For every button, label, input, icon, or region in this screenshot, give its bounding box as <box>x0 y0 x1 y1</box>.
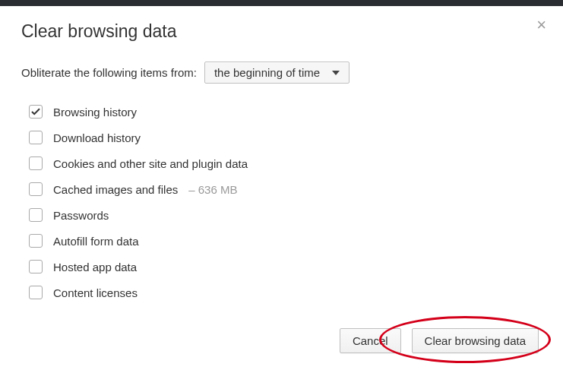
window-chrome-strip <box>0 0 563 6</box>
checkbox[interactable] <box>29 286 43 299</box>
option-label: Autofill form data <box>53 235 139 248</box>
checkbox[interactable] <box>29 234 43 248</box>
option-label: Cookies and other site and plugin data <box>53 157 248 170</box>
option-passwords[interactable]: Passwords <box>21 202 542 228</box>
checkbox[interactable] <box>29 208 43 222</box>
options-list: Browsing history Download history Cookie… <box>21 99 542 305</box>
option-label: Browsing history <box>53 106 137 119</box>
option-content-licenses[interactable]: Content licenses <box>21 280 542 305</box>
option-label: Download history <box>53 131 141 144</box>
checkbox[interactable] <box>29 105 43 119</box>
time-range-dropdown[interactable]: the beginning of time <box>204 62 350 84</box>
chevron-down-icon <box>332 71 340 75</box>
option-label: Content licenses <box>53 286 138 299</box>
option-label: Hosted app data <box>53 261 137 273</box>
time-range-selected: the beginning of time <box>214 66 320 79</box>
time-range-label: Obliterate the following items from: <box>21 66 197 79</box>
option-label: Passwords <box>53 209 109 222</box>
clear-browsing-data-button[interactable]: Clear browsing data <box>412 328 539 353</box>
checkbox[interactable] <box>29 156 43 170</box>
option-suffix: – 636 MB <box>188 183 237 196</box>
option-label: Cached images and files <box>53 183 178 196</box>
option-cookies[interactable]: Cookies and other site and plugin data <box>21 150 542 176</box>
option-browsing-history[interactable]: Browsing history <box>21 99 542 125</box>
dialog-actions: Cancel Clear browsing data <box>21 328 542 353</box>
cancel-button[interactable]: Cancel <box>340 328 401 353</box>
option-autofill[interactable]: Autofill form data <box>21 228 542 254</box>
checkbox[interactable] <box>29 182 43 196</box>
checkbox[interactable] <box>29 131 43 144</box>
option-cached-images[interactable]: Cached images and files – 636 MB <box>21 176 542 202</box>
checkbox[interactable] <box>29 260 43 273</box>
close-icon[interactable]: × <box>536 17 546 33</box>
time-range-row: Obliterate the following items from: the… <box>21 62 542 84</box>
option-download-history[interactable]: Download history <box>21 125 542 150</box>
clear-browsing-data-dialog: × Clear browsing data Obliterate the fol… <box>0 6 563 371</box>
option-hosted-app-data[interactable]: Hosted app data <box>21 254 542 280</box>
dialog-title: Clear browsing data <box>21 21 542 42</box>
